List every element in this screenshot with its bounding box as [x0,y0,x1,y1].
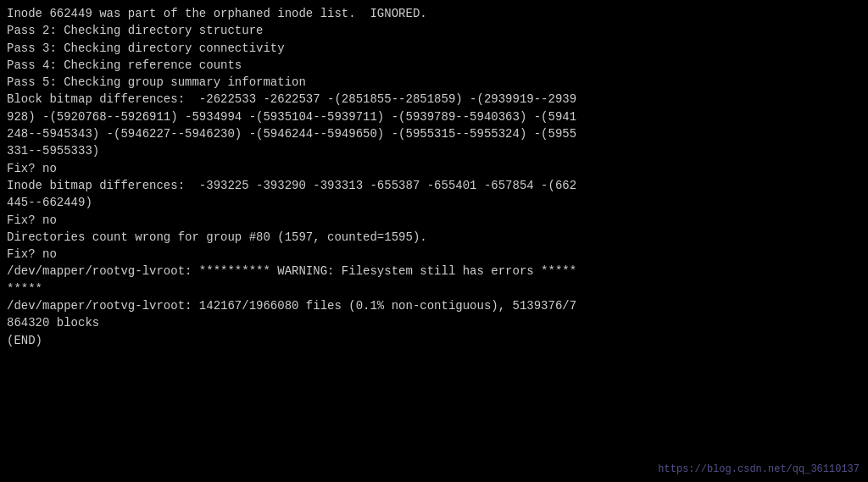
terminal-window: Inode 662449 was part of the orphaned in… [0,0,868,482]
terminal-line: /dev/mapper/rootvg-lvroot: ********** WA… [7,263,861,280]
terminal-line: 248--5945343) -(5946227--5946230) -(5946… [7,125,861,142]
terminal-line: Pass 3: Checking directory connectivity [7,40,861,57]
terminal-line: 445--662449) [7,194,861,211]
terminal-line: (END) [7,332,861,349]
terminal-line: Pass 2: Checking directory structure [7,22,861,39]
terminal-line: Fix? no [7,160,861,177]
terminal-line: 864320 blocks [7,314,861,331]
watermark: https://blog.csdn.net/qq_36110137 [658,463,860,475]
terminal-line: 928) -(5920768--5926911) -5934994 -(5935… [7,108,861,125]
terminal-line: ***** [7,280,861,297]
terminal-line: Directories count wrong for group #80 (1… [7,229,861,246]
terminal-line: Pass 5: Checking group summary informati… [7,74,861,91]
terminal-line: /dev/mapper/rootvg-lvroot: 142167/196608… [7,297,861,314]
terminal-line: 331--5955333) [7,142,861,159]
terminal-line: Fix? no [7,246,861,263]
terminal-line: Inode 662449 was part of the orphaned in… [7,5,861,22]
terminal-line: Block bitmap differences: -2622533 -2622… [7,91,861,108]
terminal-line: Fix? no [7,212,861,229]
terminal-output: Inode 662449 was part of the orphaned in… [7,5,861,349]
terminal-line: Pass 4: Checking reference counts [7,57,861,74]
terminal-line: Inode bitmap differences: -393225 -39329… [7,177,861,194]
